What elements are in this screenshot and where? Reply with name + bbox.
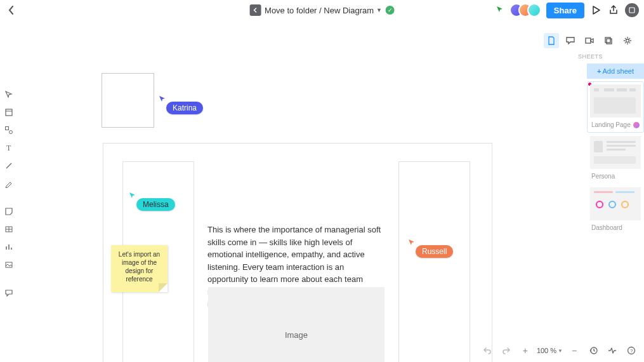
export-icon[interactable]	[607, 4, 620, 17]
breadcrumb-text: Move to folder / New Diagram	[265, 6, 374, 15]
history-icon[interactable]	[586, 343, 601, 358]
svg-point-16	[609, 201, 615, 208]
svg-rect-0	[629, 8, 634, 13]
svg-point-15	[596, 201, 603, 208]
sheets-panel-icon[interactable]	[544, 33, 559, 48]
sheet-item[interactable]: Persona	[587, 133, 644, 184]
svg-point-14	[626, 39, 629, 43]
zoom-out-button[interactable]: −	[567, 343, 582, 358]
video-panel-icon[interactable]	[582, 33, 597, 48]
sheet-item[interactable]: Dashboard	[587, 184, 644, 236]
sheet-name-label: Landing Page	[591, 121, 631, 128]
canvas[interactable]: This is where the importance of manageri…	[0, 20, 558, 362]
bottom-bar: + 100 %▼ − ?	[480, 343, 639, 358]
collaborator-avatars[interactable]	[509, 3, 541, 17]
caret-down-icon: ▼	[376, 7, 382, 13]
sheet-item[interactable]: Landing Page	[587, 81, 644, 133]
avatar[interactable]	[527, 3, 541, 17]
sticky-note[interactable]: Let's import an image of the design for …	[111, 245, 168, 292]
sticky-note-text: Let's import an image of the design for …	[119, 251, 160, 283]
image-placeholder-label: Image	[285, 330, 308, 340]
image-placeholder[interactable]: Image	[208, 287, 384, 362]
more-menu-icon[interactable]	[625, 3, 639, 17]
redo-button[interactable]	[499, 343, 514, 358]
svg-rect-12	[605, 37, 610, 43]
undo-button[interactable]	[480, 343, 495, 358]
collaborator-label: Katrina	[166, 102, 203, 114]
add-sheet-button[interactable]: +Add sheet	[587, 64, 644, 79]
zoom-in-button[interactable]: +	[518, 343, 533, 358]
collaborator-cursor-katrina: Katrina	[166, 102, 203, 114]
sheet-name-label: Dashboard	[591, 224, 622, 231]
sync-status-icon: ✓	[386, 6, 395, 15]
breadcrumb[interactable]: Move to folder / New Diagram ▼ ✓	[249, 4, 395, 16]
sticky-fold-icon	[159, 283, 168, 292]
sheet-list: Landing Page Persona Dashboard	[587, 81, 644, 236]
settings-panel-icon[interactable]	[620, 33, 635, 48]
present-icon[interactable]	[589, 4, 602, 17]
layers-panel-icon[interactable]	[601, 33, 616, 48]
collaborator-cursor-melissa: Melissa	[136, 198, 175, 211]
svg-point-17	[622, 201, 628, 208]
sheets-section-label: SHEETS	[578, 53, 635, 60]
back-button[interactable]	[3, 1, 20, 19]
canvas-shape[interactable]	[398, 161, 470, 362]
collaborator-cursor-russell: Russell	[416, 245, 453, 258]
activity-icon[interactable]	[605, 343, 620, 358]
sheet-thumbnail	[590, 84, 641, 117]
sheet-name-label: Persona	[591, 173, 615, 180]
collaborator-label: Melissa	[136, 198, 175, 211]
canvas-shape[interactable]	[102, 73, 154, 128]
sheet-thumbnail	[590, 187, 641, 220]
presence-dot-icon	[633, 122, 640, 128]
svg-rect-13	[607, 39, 612, 44]
presence-cursor-icon	[496, 5, 504, 16]
svg-text:?: ?	[630, 348, 633, 354]
help-icon[interactable]: ?	[624, 343, 639, 358]
zoom-level[interactable]: 100 %▼	[537, 347, 563, 354]
sheet-thumbnail	[590, 136, 641, 169]
svg-rect-11	[586, 38, 591, 43]
folder-icon	[249, 4, 261, 16]
right-panel-icons	[544, 33, 635, 48]
comments-panel-icon[interactable]	[563, 33, 578, 48]
top-bar: Move to folder / New Diagram ▼ ✓ Share	[0, 0, 644, 20]
share-button[interactable]: Share	[546, 3, 584, 18]
collaborator-label: Russell	[416, 245, 453, 258]
